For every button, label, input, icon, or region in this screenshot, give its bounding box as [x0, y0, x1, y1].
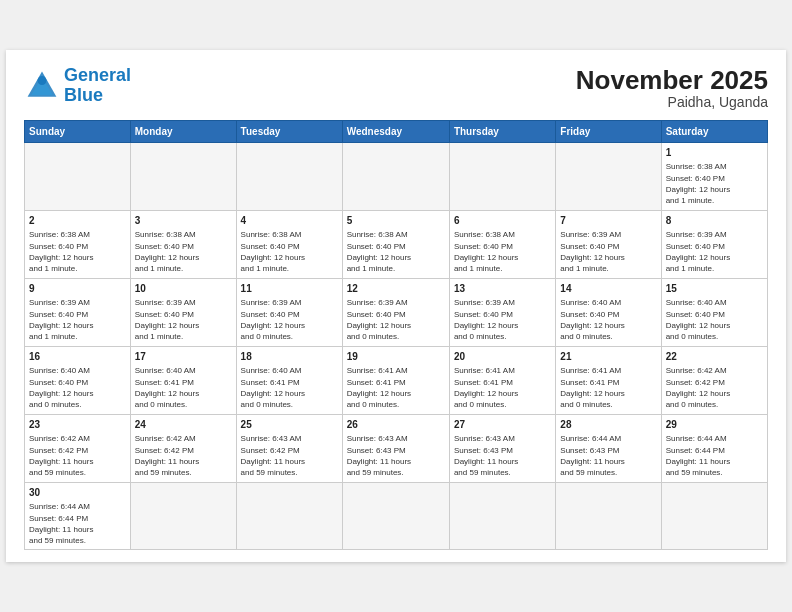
day-number: 4	[241, 214, 338, 228]
day-number: 19	[347, 350, 445, 364]
day-number: 29	[666, 418, 763, 432]
day-number: 16	[29, 350, 126, 364]
day-number: 18	[241, 350, 338, 364]
svg-point-2	[38, 76, 47, 85]
calendar-cell: 25Sunrise: 6:43 AMSunset: 6:42 PMDayligh…	[236, 415, 342, 483]
calendar-cell: 4Sunrise: 6:38 AMSunset: 6:40 PMDaylight…	[236, 211, 342, 279]
day-number: 14	[560, 282, 656, 296]
weekday-header-sunday: Sunday	[25, 121, 131, 143]
calendar-cell: 8Sunrise: 6:39 AMSunset: 6:40 PMDaylight…	[661, 211, 767, 279]
calendar-cell: 23Sunrise: 6:42 AMSunset: 6:42 PMDayligh…	[25, 415, 131, 483]
calendar-cell: 5Sunrise: 6:38 AMSunset: 6:40 PMDaylight…	[342, 211, 449, 279]
calendar-cell	[661, 483, 767, 550]
logo-text: General Blue	[64, 66, 131, 106]
calendar-cell: 24Sunrise: 6:42 AMSunset: 6:42 PMDayligh…	[130, 415, 236, 483]
title-block: November 2025 Paidha, Uganda	[576, 66, 768, 111]
calendar-cell: 22Sunrise: 6:42 AMSunset: 6:42 PMDayligh…	[661, 347, 767, 415]
weekday-header-tuesday: Tuesday	[236, 121, 342, 143]
calendar-week-4: 16Sunrise: 6:40 AMSunset: 6:40 PMDayligh…	[25, 347, 768, 415]
logo-icon	[24, 68, 60, 104]
calendar-cell	[130, 483, 236, 550]
calendar-cell: 14Sunrise: 6:40 AMSunset: 6:40 PMDayligh…	[556, 279, 661, 347]
weekday-header-row: SundayMondayTuesdayWednesdayThursdayFrid…	[25, 121, 768, 143]
calendar-page: General Blue November 2025 Paidha, Ugand…	[6, 50, 786, 562]
calendar-cell: 27Sunrise: 6:43 AMSunset: 6:43 PMDayligh…	[449, 415, 555, 483]
day-number: 20	[454, 350, 551, 364]
day-number: 2	[29, 214, 126, 228]
calendar-cell	[236, 483, 342, 550]
weekday-header-monday: Monday	[130, 121, 236, 143]
weekday-header-saturday: Saturday	[661, 121, 767, 143]
calendar-cell: 2Sunrise: 6:38 AMSunset: 6:40 PMDaylight…	[25, 211, 131, 279]
calendar-cell: 7Sunrise: 6:39 AMSunset: 6:40 PMDaylight…	[556, 211, 661, 279]
day-number: 13	[454, 282, 551, 296]
calendar-cell: 10Sunrise: 6:39 AMSunset: 6:40 PMDayligh…	[130, 279, 236, 347]
calendar-title: November 2025	[576, 66, 768, 95]
calendar-cell: 12Sunrise: 6:39 AMSunset: 6:40 PMDayligh…	[342, 279, 449, 347]
weekday-header-thursday: Thursday	[449, 121, 555, 143]
logo: General Blue	[24, 66, 131, 106]
calendar-week-3: 9Sunrise: 6:39 AMSunset: 6:40 PMDaylight…	[25, 279, 768, 347]
calendar-week-5: 23Sunrise: 6:42 AMSunset: 6:42 PMDayligh…	[25, 415, 768, 483]
calendar-cell	[556, 143, 661, 211]
calendar-cell	[236, 143, 342, 211]
calendar-week-2: 2Sunrise: 6:38 AMSunset: 6:40 PMDaylight…	[25, 211, 768, 279]
day-number: 24	[135, 418, 232, 432]
day-number: 30	[29, 486, 126, 500]
day-number: 1	[666, 146, 763, 160]
calendar-cell: 3Sunrise: 6:38 AMSunset: 6:40 PMDaylight…	[130, 211, 236, 279]
day-number: 10	[135, 282, 232, 296]
day-number: 17	[135, 350, 232, 364]
day-number: 21	[560, 350, 656, 364]
calendar-cell: 30Sunrise: 6:44 AMSunset: 6:44 PMDayligh…	[25, 483, 131, 550]
day-number: 15	[666, 282, 763, 296]
calendar-week-1: 1Sunrise: 6:38 AMSunset: 6:40 PMDaylight…	[25, 143, 768, 211]
day-number: 9	[29, 282, 126, 296]
day-number: 11	[241, 282, 338, 296]
weekday-header-friday: Friday	[556, 121, 661, 143]
calendar-cell: 15Sunrise: 6:40 AMSunset: 6:40 PMDayligh…	[661, 279, 767, 347]
calendar-cell	[449, 483, 555, 550]
day-number: 28	[560, 418, 656, 432]
day-number: 27	[454, 418, 551, 432]
day-number: 22	[666, 350, 763, 364]
day-number: 26	[347, 418, 445, 432]
calendar-cell: 19Sunrise: 6:41 AMSunset: 6:41 PMDayligh…	[342, 347, 449, 415]
calendar-cell	[342, 483, 449, 550]
page-header: General Blue November 2025 Paidha, Ugand…	[24, 66, 768, 111]
day-number: 6	[454, 214, 551, 228]
logo-blue: Blue	[64, 85, 103, 105]
calendar-cell: 18Sunrise: 6:40 AMSunset: 6:41 PMDayligh…	[236, 347, 342, 415]
calendar-cell: 6Sunrise: 6:38 AMSunset: 6:40 PMDaylight…	[449, 211, 555, 279]
day-number: 3	[135, 214, 232, 228]
calendar-cell: 21Sunrise: 6:41 AMSunset: 6:41 PMDayligh…	[556, 347, 661, 415]
logo-general: General	[64, 65, 131, 85]
calendar-table: SundayMondayTuesdayWednesdayThursdayFrid…	[24, 120, 768, 550]
calendar-cell: 29Sunrise: 6:44 AMSunset: 6:44 PMDayligh…	[661, 415, 767, 483]
calendar-subtitle: Paidha, Uganda	[576, 94, 768, 110]
calendar-cell: 1Sunrise: 6:38 AMSunset: 6:40 PMDaylight…	[661, 143, 767, 211]
calendar-cell	[342, 143, 449, 211]
calendar-cell: 16Sunrise: 6:40 AMSunset: 6:40 PMDayligh…	[25, 347, 131, 415]
calendar-cell	[130, 143, 236, 211]
day-number: 7	[560, 214, 656, 228]
day-number: 5	[347, 214, 445, 228]
calendar-cell: 28Sunrise: 6:44 AMSunset: 6:43 PMDayligh…	[556, 415, 661, 483]
calendar-cell: 11Sunrise: 6:39 AMSunset: 6:40 PMDayligh…	[236, 279, 342, 347]
calendar-cell: 17Sunrise: 6:40 AMSunset: 6:41 PMDayligh…	[130, 347, 236, 415]
calendar-cell: 13Sunrise: 6:39 AMSunset: 6:40 PMDayligh…	[449, 279, 555, 347]
day-number: 23	[29, 418, 126, 432]
calendar-cell	[449, 143, 555, 211]
calendar-cell: 26Sunrise: 6:43 AMSunset: 6:43 PMDayligh…	[342, 415, 449, 483]
weekday-header-wednesday: Wednesday	[342, 121, 449, 143]
day-number: 25	[241, 418, 338, 432]
day-number: 12	[347, 282, 445, 296]
calendar-cell	[556, 483, 661, 550]
calendar-cell	[25, 143, 131, 211]
calendar-week-6: 30Sunrise: 6:44 AMSunset: 6:44 PMDayligh…	[25, 483, 768, 550]
calendar-cell: 20Sunrise: 6:41 AMSunset: 6:41 PMDayligh…	[449, 347, 555, 415]
calendar-cell: 9Sunrise: 6:39 AMSunset: 6:40 PMDaylight…	[25, 279, 131, 347]
day-number: 8	[666, 214, 763, 228]
